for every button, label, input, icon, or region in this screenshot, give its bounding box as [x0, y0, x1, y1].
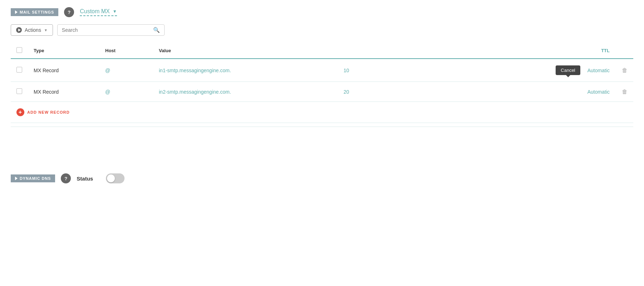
plus-icon: + — [16, 108, 24, 116]
row1-ttl-cancel-container: Cancel Automatic — [366, 65, 610, 75]
value-column-header: Value — [153, 43, 332, 59]
dynamic-dns-header: DYNAMIC DNS ? Status — [11, 173, 633, 183]
search-input[interactable] — [62, 27, 153, 33]
spacer — [11, 141, 633, 163]
row2-check-cell — [11, 82, 28, 102]
search-box: 🔍 — [57, 24, 165, 36]
host-column-header: Host — [99, 43, 153, 59]
row2-ttl: Automatic — [361, 82, 615, 102]
row2-action: 🗑 — [615, 82, 633, 102]
dns-table: Type Host Value TTL MX Record @ in1-smtp… — [11, 43, 633, 123]
table-header-row: Type Host Value TTL — [11, 43, 633, 59]
section-arrow-icon — [15, 10, 18, 14]
add-record-row: + ADD NEW RECORD — [11, 102, 633, 123]
mail-settings-label[interactable]: MAIL SETTINGS — [11, 8, 58, 16]
actions-button[interactable]: Actions ▼ — [11, 24, 53, 36]
select-all-checkbox[interactable] — [16, 47, 22, 53]
ttl-column-header: TTL — [361, 43, 615, 59]
page-wrapper: MAIL SETTINGS ? Custom MX ▼ Actions ▼ 🔍 … — [0, 0, 644, 286]
play-icon — [16, 27, 22, 33]
select-all-header — [11, 43, 28, 59]
row1-action: 🗑 — [615, 59, 633, 82]
row1-check-cell — [11, 59, 28, 82]
row2-priority: 20 — [332, 82, 361, 102]
table-row: MX Record @ in2-smtp.messagingengine.com… — [11, 82, 633, 102]
row1-delete-icon[interactable]: 🗑 — [622, 67, 628, 73]
row1-priority: 10 — [332, 59, 361, 82]
row2-value: in2-smtp.messagingengine.com. — [153, 82, 332, 102]
row1-ttl-cell: Cancel Automatic — [361, 59, 615, 82]
row2-host: @ — [99, 82, 153, 102]
mail-settings-help-icon[interactable]: ? — [64, 7, 74, 17]
priority-column-header — [332, 43, 361, 59]
row2-checkbox[interactable] — [16, 88, 22, 94]
caret-down-icon: ▼ — [44, 28, 48, 32]
dynamic-dns-help-icon[interactable]: ? — [61, 173, 71, 183]
row2-delete-icon[interactable]: 🗑 — [622, 89, 628, 95]
row2-type: MX Record — [28, 82, 99, 102]
row1-value: in1-smtp.messagingengine.com. — [153, 59, 332, 82]
chevron-down-icon: ▼ — [113, 9, 117, 14]
type-column-header: Type — [28, 43, 99, 59]
row1-type: MX Record — [28, 59, 99, 82]
table-row: MX Record @ in1-smtp.messagingengine.com… — [11, 59, 633, 82]
custom-mx-dropdown[interactable]: Custom MX ▼ — [80, 8, 117, 16]
add-record-label: ADD NEW RECORD — [27, 110, 70, 114]
search-icon[interactable]: 🔍 — [153, 27, 160, 33]
dynamic-dns-arrow-icon — [15, 177, 18, 180]
action-column-header — [615, 43, 633, 59]
dropdown-selected-value: Custom MX — [80, 8, 110, 15]
dynamic-dns-toggle[interactable] — [106, 173, 125, 183]
cancel-tooltip[interactable]: Cancel — [556, 65, 580, 75]
mail-settings-header: MAIL SETTINGS ? Custom MX ▼ — [11, 7, 633, 17]
row1-ttl: Automatic — [587, 68, 610, 73]
section-divider — [11, 127, 633, 127]
add-new-record-button[interactable]: + ADD NEW RECORD — [16, 108, 70, 116]
dynamic-dns-label[interactable]: DYNAMIC DNS — [11, 174, 55, 182]
add-record-cell: + ADD NEW RECORD — [11, 102, 633, 123]
row1-host: @ — [99, 59, 153, 82]
status-label: Status — [77, 176, 93, 182]
toolbar: Actions ▼ 🔍 — [11, 24, 633, 36]
row1-checkbox[interactable] — [16, 67, 22, 73]
actions-label: Actions — [25, 27, 41, 33]
